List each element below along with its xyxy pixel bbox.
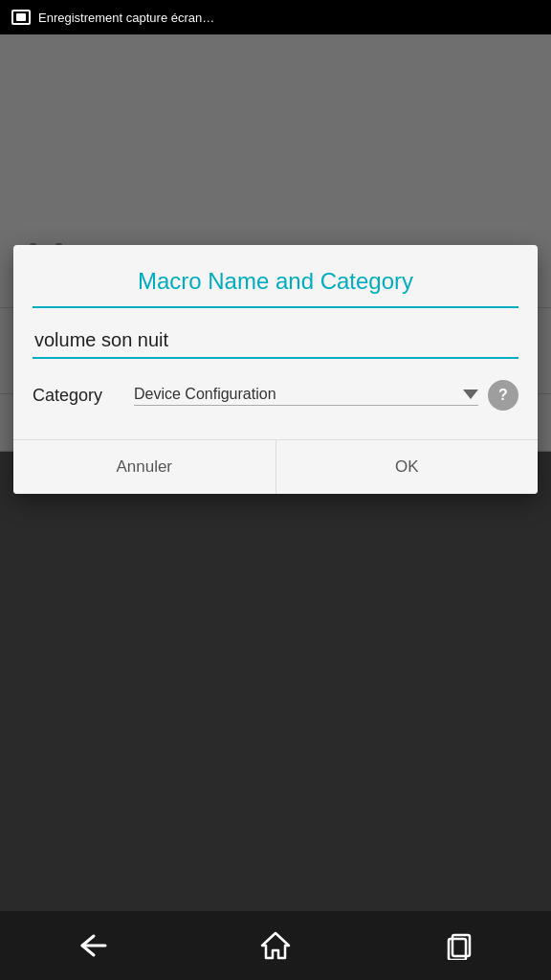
recents-button[interactable] [430, 917, 488, 974]
dialog-overlay: Macro Name and Category Category Device … [0, 34, 551, 911]
screen-record-icon [11, 10, 31, 25]
category-label: Category [33, 386, 119, 406]
dialog-title: Macro Name and Category [13, 245, 538, 295]
chevron-down-icon [463, 390, 478, 399]
home-button[interactable] [247, 917, 304, 974]
status-bar-title: Enregistrement capture écran… [38, 11, 214, 25]
macro-name-input[interactable] [33, 323, 518, 359]
dialog: Macro Name and Category Category Device … [13, 245, 538, 494]
ok-button[interactable]: OK [276, 440, 539, 494]
dialog-actions: Annuler OK [13, 439, 538, 494]
category-value: Device Configuration [134, 386, 457, 403]
back-button[interactable] [63, 917, 121, 974]
dialog-body: Category Device Configuration ? [13, 308, 538, 430]
category-select[interactable]: Device Configuration [134, 386, 478, 406]
cancel-button[interactable]: Annuler [13, 440, 276, 494]
nav-bar [0, 911, 551, 980]
category-help-icon[interactable]: ? [488, 380, 518, 411]
status-bar: Enregistrement capture écran… [0, 0, 551, 34]
svg-marker-37 [262, 933, 289, 958]
category-row: Category Device Configuration ? [33, 380, 518, 411]
